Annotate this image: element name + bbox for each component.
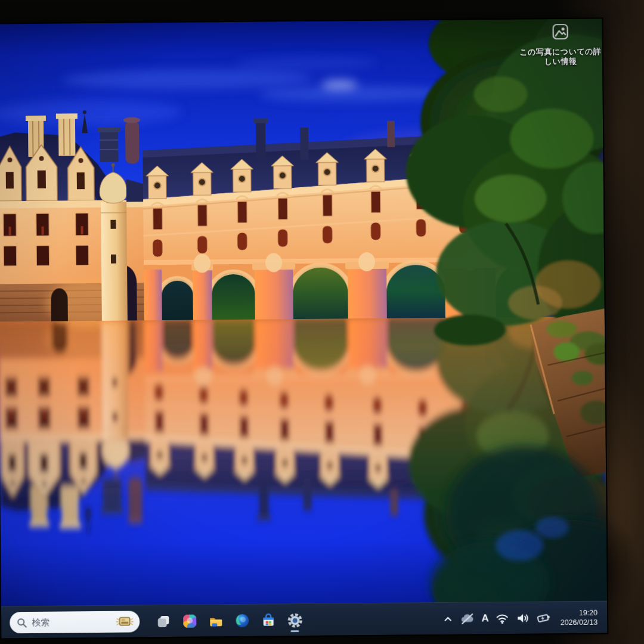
microsoft-store-button[interactable] <box>255 607 281 633</box>
clock-date: 2026/02/13 <box>561 618 598 628</box>
spotlight-text-line2: しい情報 <box>544 57 577 66</box>
search-icon <box>17 618 27 628</box>
file-explorer-button[interactable] <box>203 608 229 634</box>
volume-icon[interactable] <box>516 612 530 624</box>
copilot-button[interactable] <box>177 608 203 634</box>
ime-mode-indicator[interactable]: A <box>481 612 488 624</box>
settings-active-indicator <box>290 630 299 632</box>
battery-charging-icon[interactable] <box>537 611 552 624</box>
wallpaper-image <box>0 19 607 606</box>
wifi-icon[interactable] <box>496 612 510 624</box>
search-placeholder: 検索 <box>32 616 116 628</box>
onedrive-paused-icon[interactable] <box>460 612 475 625</box>
system-tray: A <box>436 602 607 636</box>
picture-info-icon <box>552 23 569 43</box>
spotlight-hint[interactable]: この写真についての詳 しい情報 <box>514 23 608 67</box>
monitor-screen: この写真についての詳 しい情報 検索 <box>0 19 607 639</box>
search-highlight-icon[interactable] <box>116 615 134 627</box>
tray-chevron-up-icon[interactable] <box>442 614 453 624</box>
edge-button[interactable] <box>229 608 255 634</box>
spotlight-text-line1: この写真についての詳 <box>519 47 601 57</box>
task-view-button[interactable] <box>150 608 177 634</box>
clock-time: 19:20 <box>561 608 598 618</box>
settings-button[interactable] <box>281 607 308 633</box>
taskbar: 検索 <box>1 601 607 639</box>
search-box[interactable]: 検索 <box>10 611 140 633</box>
taskbar-apps <box>150 604 308 637</box>
taskbar-clock[interactable]: 19:20 2026/02/13 <box>561 608 598 628</box>
